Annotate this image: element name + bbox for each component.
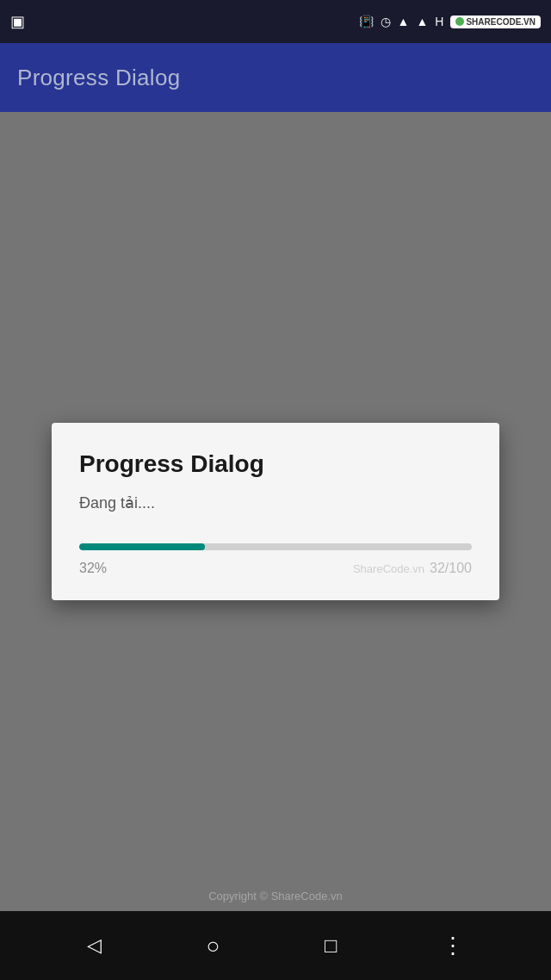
sharecode-badge: SHARECODE.VN	[450, 16, 541, 28]
nav-recent-button[interactable]	[325, 933, 337, 958]
signal-icon: ▲	[416, 15, 428, 28]
badge-dot	[455, 17, 464, 26]
recent-icon	[325, 933, 337, 958]
back-icon	[87, 934, 102, 957]
nav-more-button[interactable]	[442, 933, 464, 959]
progress-labels: 32% ShareCode.vn32/100	[79, 561, 472, 576]
progress-bar-container	[79, 543, 472, 550]
nav-back-button[interactable]	[87, 934, 102, 957]
app-bar: Progress Dialog	[0, 43, 551, 112]
wifi-icon: ▲	[398, 15, 410, 28]
h-icon: H	[435, 15, 443, 28]
status-bar: ▣ 📳 ◷ ▲ ▲ H SHARECODE.VN	[0, 0, 551, 43]
photo-icon: ▣	[10, 12, 25, 31]
vibrate-icon: 📳	[359, 15, 374, 28]
home-icon	[207, 933, 220, 959]
copyright-text: Copyright © ShareCode.vn	[208, 890, 343, 902]
more-icon	[442, 933, 464, 959]
main-content: Progress Dialog Đang tải.... 32% ShareCo…	[0, 112, 551, 911]
status-bar-left: ▣	[10, 12, 28, 31]
badge-text: SHARECODE.VN	[466, 17, 536, 27]
app-bar-title: Progress Dialog	[17, 65, 180, 91]
watermark-text: ShareCode.vn	[353, 562, 424, 575]
progress-bar-fill	[79, 543, 205, 550]
dialog-title: Progress Dialog	[79, 450, 472, 478]
bottom-nav-bar	[0, 911, 551, 980]
status-bar-right: 📳 ◷ ▲ ▲ H SHARECODE.VN	[359, 15, 541, 28]
progress-dialog: Progress Dialog Đang tải.... 32% ShareCo…	[52, 423, 499, 600]
alarm-icon: ◷	[381, 15, 391, 28]
dialog-message: Đang tải....	[79, 493, 472, 512]
progress-fraction-label: ShareCode.vn32/100	[353, 561, 472, 576]
progress-percent-label: 32%	[79, 561, 107, 576]
nav-home-button[interactable]	[207, 933, 220, 959]
